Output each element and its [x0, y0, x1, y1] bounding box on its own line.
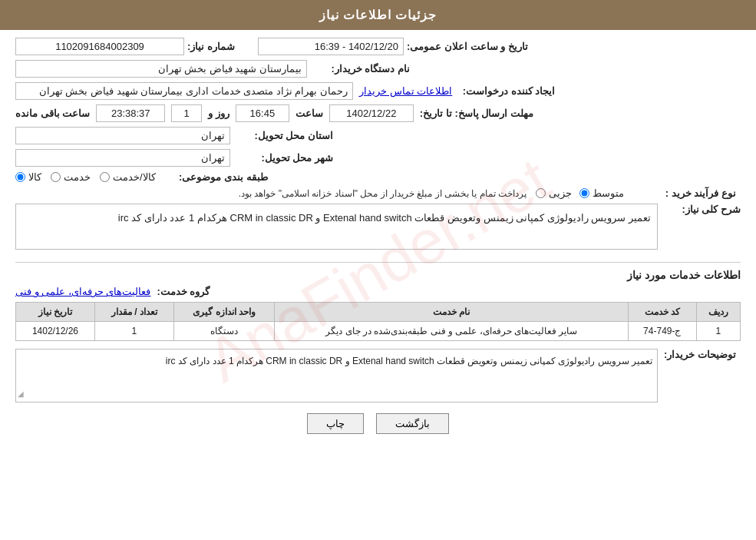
category-option-2[interactable]: خدمت	[51, 171, 91, 183]
print-button[interactable]: چاپ	[307, 413, 364, 434]
cell-quantity: 1	[94, 322, 173, 341]
reply-remaining-value: 23:38:37	[96, 104, 165, 122]
buyer-name-label: نام دستگاه خریدار:	[307, 63, 414, 75]
category-option-2-label: خدمت	[64, 171, 91, 183]
process-minor-label: جزیی	[549, 187, 572, 199]
category-radio-2[interactable]	[51, 172, 61, 182]
reply-remaining-label: ساعت باقی مانده	[15, 108, 90, 119]
content-area: تاریخ و ساعت اعلان عمومی: 1402/12/20 - 1…	[0, 30, 756, 442]
province-value: تهران	[15, 127, 230, 144]
reply-deadline-label: مهلت ارسال پاسخ: تا تاریخ:	[420, 108, 533, 119]
creator-row: ایجاد کننده درخواست: اطلاعات تماس خریدار…	[15, 82, 741, 100]
process-option-medium[interactable]: متوسط	[579, 187, 624, 199]
table-row: 1 ج-749-74 سایر فعالیت‌های حرفه‌ای، علمی…	[16, 322, 741, 341]
process-option-minor[interactable]: جزیی	[536, 187, 572, 199]
cell-unit: دستگاه	[173, 322, 275, 341]
creator-contact-link[interactable]: اطلاعات تماس خریدار	[359, 85, 452, 97]
province-row: استان محل تحویل: تهران	[15, 127, 741, 144]
service-group-row: گروه خدمت: فعالیت‌های حرفه‌ای، علمی و فن…	[15, 286, 741, 297]
need-number-value: 1102091684002309	[15, 38, 184, 55]
services-table: ردیف کد خدمت نام خدمت واحد اندازه گیری ت…	[15, 302, 741, 341]
table-header-row: ردیف کد خدمت نام خدمت واحد اندازه گیری ت…	[16, 303, 741, 322]
category-radio-1[interactable]	[15, 172, 25, 182]
process-type-label: نوع فرآیند خرید :	[633, 187, 741, 199]
col-unit: واحد اندازه گیری	[173, 303, 275, 322]
col-service-code: کد خدمت	[628, 303, 696, 322]
buttons-row: بازگشت چاپ	[15, 413, 741, 434]
reply-deadline-row: مهلت ارسال پاسخ: تا تاریخ: 1402/12/22 سا…	[15, 104, 741, 122]
creator-label: ایجاد کننده درخواست:	[452, 85, 560, 97]
service-info-title: اطلاعات خدمات مورد نیاز	[15, 269, 741, 281]
reply-time-value: 16:45	[236, 104, 289, 122]
process-type-row: نوع فرآیند خرید : متوسط جزیی پرداخت تمام…	[15, 187, 741, 199]
cell-row-num: 1	[696, 322, 740, 341]
page-header: جزئیات اطلاعات نیاز	[0, 0, 756, 30]
resize-handle: ◢	[18, 388, 24, 400]
buyer-name-row: نام دستگاه خریدار: بیمارستان شهید فیاض ب…	[15, 60, 741, 78]
cell-service-name: سایر فعالیت‌های حرفه‌ای، علمی و فنی طبقه…	[275, 322, 629, 341]
city-value: تهران	[15, 149, 230, 167]
buyer-notes-box: تعمیر سرویس رادیولوژی کمپانی زیمنس وتعوی…	[15, 349, 658, 403]
category-option-3-label: کالا/خدمت	[113, 171, 156, 183]
col-service-name: نام خدمت	[275, 303, 629, 322]
category-radio-3[interactable]	[100, 172, 110, 182]
category-option-1-label: کالا	[28, 171, 41, 183]
reply-days-value: 1	[171, 104, 202, 122]
header-title: جزئیات اطلاعات نیاز	[319, 8, 437, 22]
announce-date-value: 1402/12/20 - 16:39	[258, 38, 404, 55]
cell-need-date: 1402/12/26	[16, 322, 95, 341]
announce-date-group: تاریخ و ساعت اعلان عمومی: 1402/12/20 - 1…	[258, 38, 528, 55]
service-group-value[interactable]: فعالیت‌های حرفه‌ای، علمی و فنی	[15, 286, 150, 297]
buyer-notes-label: توضیحات خریدار:	[664, 349, 741, 360]
page-wrapper: جزئیات اطلاعات نیاز تاریخ و ساعت اعلان ع…	[0, 0, 756, 540]
reply-date-value: 1402/12/22	[329, 104, 414, 122]
buyer-notes-section: توضیحات خریدار: تعمیر سرویس رادیولوژی کم…	[15, 349, 741, 403]
category-label: طبقه بندی موضوعی:	[165, 171, 272, 183]
col-need-date: تاریخ نیاز	[16, 303, 95, 322]
process-desc: پرداخت تمام یا بخشی از مبلغ خریدار از مح…	[15, 188, 527, 199]
city-label: شهر محل تحویل:	[230, 152, 338, 164]
reply-day-label: روز و	[208, 108, 229, 119]
service-group-label: گروه خدمت:	[157, 286, 210, 297]
category-option-3[interactable]: کالا/خدمت	[100, 171, 156, 183]
process-radio-medium[interactable]	[579, 188, 589, 198]
process-medium-label: متوسط	[593, 187, 624, 199]
need-desc-row: شرح کلی نیاز: تعمیر سرویس رادیولوژی کمپا…	[15, 204, 741, 256]
creator-value: رحمان بهرام نژاد متصدی خدمات اداری بیمار…	[15, 82, 353, 100]
need-desc-label: شرح کلی نیاز:	[664, 204, 741, 215]
process-radio-minor[interactable]	[536, 188, 546, 198]
col-row-num: ردیف	[696, 303, 740, 322]
reply-time-label: ساعت	[295, 108, 323, 119]
announce-date-label: تاریخ و ساعت اعلان عمومی:	[407, 41, 528, 52]
back-button[interactable]: بازگشت	[376, 413, 449, 434]
province-label: استان محل تحویل:	[230, 130, 338, 141]
col-quantity: تعداد / مقدار	[94, 303, 173, 322]
category-option-1[interactable]: کالا	[15, 171, 41, 183]
need-desc-text: تعمیر سرویس رادیولوژی کمپانی زیمنس وتعوی…	[118, 212, 651, 224]
need-number-row: تاریخ و ساعت اعلان عمومی: 1402/12/20 - 1…	[15, 38, 741, 55]
need-number-label: شماره نیاز:	[187, 41, 235, 52]
buyer-notes-text: تعمیر سرویس رادیولوژی کمپانی زیمنس وتعوی…	[166, 356, 652, 366]
buyer-name-value: بیمارستان شهید فیاض بخش تهران	[15, 60, 307, 78]
city-row: شهر محل تحویل: تهران	[15, 149, 741, 167]
category-row: طبقه بندی موضوعی: کالا/خدمت خدمت کالا	[15, 171, 741, 183]
need-number-group: شماره نیاز: 1102091684002309	[15, 38, 235, 55]
need-desc-value: تعمیر سرویس رادیولوژی کمپانی زیمنس وتعوی…	[15, 204, 658, 250]
separator-1	[15, 262, 741, 263]
cell-service-code: ج-749-74	[628, 322, 696, 341]
